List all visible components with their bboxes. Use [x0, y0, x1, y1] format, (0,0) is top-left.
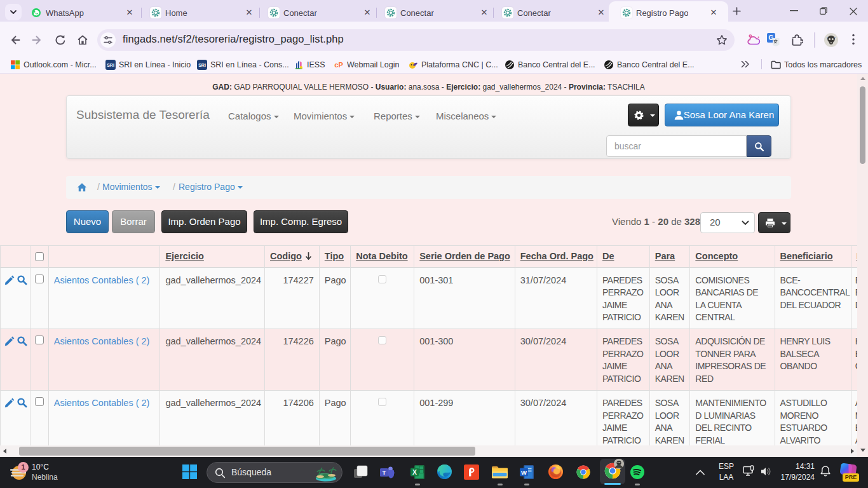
svg-text:cP: cP — [334, 61, 342, 69]
svg-text:W: W — [521, 469, 527, 476]
svg-text:T: T — [383, 469, 386, 476]
svg-text:SRI: SRI — [198, 63, 206, 67]
svg-text:SRI: SRI — [107, 63, 114, 67]
svg-text:X: X — [412, 468, 417, 476]
